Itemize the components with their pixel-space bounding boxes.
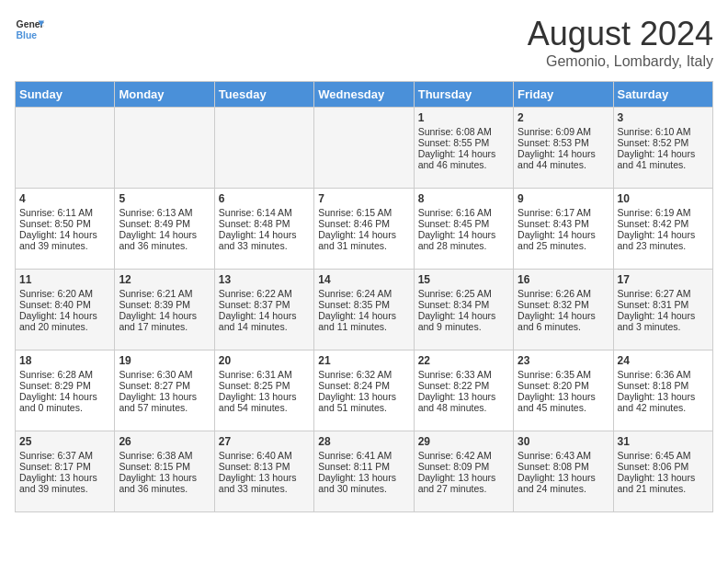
day-number: 26 [119,435,210,448]
day-content: Sunrise: 6:38 AM [119,450,210,461]
day-content: Daylight: 13 hours and 27 minutes. [418,472,509,494]
calendar-cell: 18Sunrise: 6:28 AMSunset: 8:29 PMDayligh… [16,350,115,431]
day-number: 14 [318,273,409,286]
day-content: Daylight: 13 hours and 36 minutes. [119,472,210,494]
day-content: Sunrise: 6:20 AM [19,288,110,299]
calendar-cell [16,108,115,189]
day-content: Sunrise: 6:36 AM [618,369,709,380]
day-content: Daylight: 14 hours and 17 minutes. [119,310,210,332]
calendar-cell: 8Sunrise: 6:16 AMSunset: 8:45 PMDaylight… [414,189,513,270]
calendar-cell: 14Sunrise: 6:24 AMSunset: 8:35 PMDayligh… [314,270,414,350]
day-number: 31 [618,435,709,448]
day-content: Daylight: 13 hours and 57 minutes. [119,391,210,413]
location-title: Gemonio, Lombardy, Italy [528,53,713,70]
day-content: Sunset: 8:45 PM [418,218,509,229]
day-content: Sunset: 8:40 PM [19,299,110,310]
day-content: Sunrise: 6:16 AM [418,207,509,218]
day-content: Daylight: 14 hours and 33 minutes. [219,229,310,251]
day-content: Sunrise: 6:28 AM [19,369,110,380]
day-content: Daylight: 14 hours and 11 minutes. [318,310,409,332]
day-number: 8 [418,192,509,205]
month-title: August 2024 [528,15,713,53]
day-content: Daylight: 13 hours and 54 minutes. [219,391,310,413]
calendar-cell: 2Sunrise: 6:09 AMSunset: 8:53 PMDaylight… [514,108,613,189]
day-content: Sunset: 8:31 PM [618,299,709,310]
calendar-cell: 24Sunrise: 6:36 AMSunset: 8:18 PMDayligh… [613,350,712,431]
day-number: 3 [618,111,709,124]
day-content: Sunrise: 6:45 AM [618,450,709,461]
calendar-cell: 1Sunrise: 6:08 AMSunset: 8:55 PMDaylight… [414,108,513,189]
day-content: Sunset: 8:17 PM [19,461,110,472]
day-number: 13 [219,273,310,286]
day-content: Sunset: 8:43 PM [518,218,609,229]
day-content: Sunrise: 6:37 AM [19,450,110,461]
calendar-cell: 25Sunrise: 6:37 AMSunset: 8:17 PMDayligh… [16,431,115,512]
calendar-cell: 9Sunrise: 6:17 AMSunset: 8:43 PMDaylight… [514,189,613,270]
day-content: Sunset: 8:42 PM [618,218,709,229]
calendar-cell: 7Sunrise: 6:15 AMSunset: 8:46 PMDaylight… [314,189,414,270]
day-content: Sunset: 8:25 PM [219,380,310,391]
day-header-saturday: Saturday [613,82,712,108]
day-number: 6 [219,192,310,205]
day-number: 21 [318,354,409,367]
calendar-table: SundayMondayTuesdayWednesdayThursdayFrid… [15,81,713,512]
calendar-cell: 27Sunrise: 6:40 AMSunset: 8:13 PMDayligh… [214,431,313,512]
day-header-monday: Monday [115,82,214,108]
day-header-sunday: Sunday [16,82,115,108]
day-content: Daylight: 13 hours and 33 minutes. [219,472,310,494]
day-number: 20 [219,354,310,367]
day-content: Sunset: 8:53 PM [518,137,609,148]
day-number: 15 [418,273,509,286]
day-content: Sunrise: 6:22 AM [219,288,310,299]
calendar-cell: 13Sunrise: 6:22 AMSunset: 8:37 PMDayligh… [214,270,313,350]
day-number: 27 [219,435,310,448]
day-number: 19 [119,354,210,367]
day-number: 16 [518,273,609,286]
day-content: Sunset: 8:29 PM [19,380,110,391]
day-content: Daylight: 14 hours and 31 minutes. [318,229,409,251]
calendar-cell: 30Sunrise: 6:43 AMSunset: 8:08 PMDayligh… [514,431,613,512]
calendar-body: 1Sunrise: 6:08 AMSunset: 8:55 PMDaylight… [16,108,713,512]
day-content: Daylight: 14 hours and 14 minutes. [219,310,310,332]
day-content: Daylight: 13 hours and 30 minutes. [318,472,409,494]
svg-text:Blue: Blue [17,30,38,40]
day-content: Sunrise: 6:33 AM [418,369,509,380]
day-content: Sunset: 8:49 PM [119,218,210,229]
day-content: Sunrise: 6:15 AM [318,207,409,218]
calendar-cell: 6Sunrise: 6:14 AMSunset: 8:48 PMDaylight… [214,189,313,270]
day-content: Sunset: 8:08 PM [518,461,609,472]
day-content: Sunrise: 6:13 AM [119,207,210,218]
day-number: 2 [518,111,609,124]
day-header-wednesday: Wednesday [314,82,414,108]
day-content: Sunset: 8:46 PM [318,218,409,229]
day-content: Sunset: 8:27 PM [119,380,210,391]
day-content: Sunset: 8:48 PM [219,218,310,229]
calendar-cell: 21Sunrise: 6:32 AMSunset: 8:24 PMDayligh… [314,350,414,431]
day-content: Sunset: 8:39 PM [119,299,210,310]
day-content: Sunrise: 6:32 AM [318,369,409,380]
calendar-cell: 3Sunrise: 6:10 AMSunset: 8:52 PMDaylight… [613,108,712,189]
day-content: Daylight: 14 hours and 0 minutes. [19,391,110,413]
day-content: Sunset: 8:50 PM [19,218,110,229]
calendar-cell: 15Sunrise: 6:25 AMSunset: 8:34 PMDayligh… [414,270,513,350]
day-content: Sunset: 8:35 PM [318,299,409,310]
day-content: Sunrise: 6:10 AM [618,126,709,137]
day-content: Daylight: 14 hours and 39 minutes. [19,229,110,251]
day-number: 29 [418,435,509,448]
day-content: Daylight: 13 hours and 45 minutes. [518,391,609,413]
day-number: 12 [119,273,210,286]
day-content: Sunrise: 6:43 AM [518,450,609,461]
day-content: Daylight: 14 hours and 46 minutes. [418,148,509,170]
day-content: Sunrise: 6:30 AM [119,369,210,380]
calendar-cell [214,108,313,189]
day-content: Sunset: 8:32 PM [518,299,609,310]
day-content: Sunrise: 6:24 AM [318,288,409,299]
day-content: Daylight: 13 hours and 51 minutes. [318,391,409,413]
day-content: Sunrise: 6:25 AM [418,288,509,299]
day-content: Sunset: 8:18 PM [618,380,709,391]
day-content: Daylight: 13 hours and 39 minutes. [19,472,110,494]
day-content: Daylight: 14 hours and 25 minutes. [518,229,609,251]
day-number: 30 [518,435,609,448]
day-content: Daylight: 14 hours and 3 minutes. [618,310,709,332]
calendar-cell: 19Sunrise: 6:30 AMSunset: 8:27 PMDayligh… [115,350,214,431]
